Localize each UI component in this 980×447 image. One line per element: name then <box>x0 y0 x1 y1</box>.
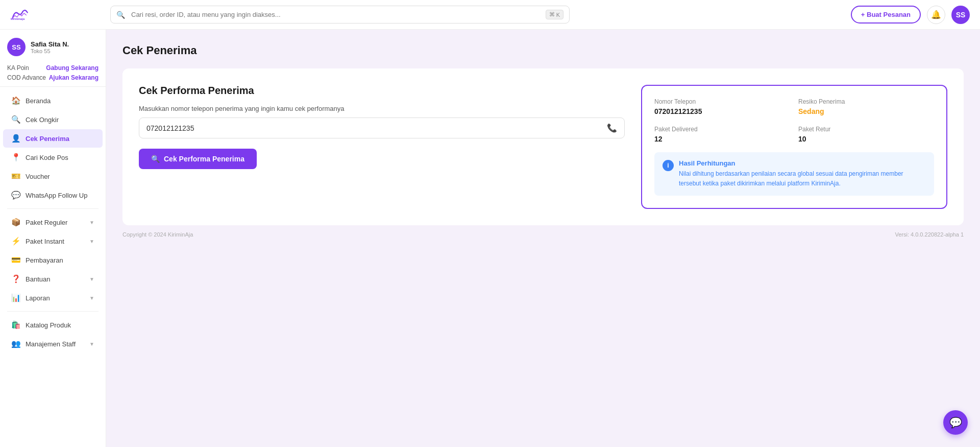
paket-retur-field: Paket Retur 10 <box>798 126 934 143</box>
ka-poin-row: KA Poin Gabung Sekarang <box>7 64 99 72</box>
sidebar-item-label-bantuan: Bantuan <box>26 275 50 283</box>
paket-reguler-icon: 📦 <box>11 218 20 227</box>
search-bar[interactable]: 🔍 ⌘ K <box>110 6 570 23</box>
hasil-description: Nilai dihitung berdasarkan penilaian sec… <box>679 169 926 189</box>
sidebar-item-paket-reguler[interactable]: 📦 Paket Reguler ▼ <box>3 213 103 231</box>
sidebar-item-cek-penerima[interactable]: 👤 Cek Penerima <box>3 129 103 148</box>
cmd-icon: ⌘ <box>549 11 555 18</box>
phone-icon: 📞 <box>607 123 617 133</box>
sidebar-item-label-staff: Manajemen Staff <box>26 340 76 348</box>
sidebar-item-label-katalog: Katalog Produk <box>26 321 71 329</box>
sidebar-user: SS Safia Sita N. Toko 55 <box>0 30 106 61</box>
pembayaran-icon: 💳 <box>11 255 20 265</box>
chevron-down-icon-3: ▼ <box>89 276 94 282</box>
search-input[interactable] <box>110 6 570 23</box>
chat-fab-button[interactable]: 💬 <box>943 410 968 435</box>
sidebar-item-label-voucher: Voucher <box>26 173 50 180</box>
notification-button[interactable]: 🔔 <box>927 6 945 24</box>
hasil-title: Hasil Perhitungan <box>679 159 926 167</box>
cod-advance-action[interactable]: Ajukan Sekarang <box>49 74 99 81</box>
header-right: + Buat Pesanan 🔔 SS <box>851 6 970 24</box>
sidebar-promo: KA Poin Gabung Sekarang COD Advance Ajuk… <box>0 61 106 87</box>
card-label: Masukkan nomor telepon penerima yang ing… <box>139 105 625 112</box>
search-icon: 🔍 <box>116 11 125 19</box>
sidebar-item-laporan[interactable]: 📊 Laporan ▼ <box>3 289 103 307</box>
copyright: Copyright © 2024 KiriminAja <box>122 231 193 238</box>
sidebar-item-label-beranda: Beranda <box>26 97 51 105</box>
paket-instant-icon: ⚡ <box>11 237 20 246</box>
sidebar-user-store: Toko 55 <box>31 48 69 54</box>
nav-divider-1 <box>7 208 99 209</box>
page-title: Cek Penerima <box>122 44 964 57</box>
sidebar-item-label-pembayaran: Pembayaran <box>26 256 63 264</box>
sidebar-item-label-whatsapp: WhatsApp Follow Up <box>26 192 87 199</box>
card-left: Cek Performa Penerima Masukkan nomor tel… <box>139 85 625 169</box>
paket-delivered-field: Paket Delivered 12 <box>654 126 790 143</box>
logo-area: kiriminaja <box>10 6 102 24</box>
nav-divider-2 <box>7 311 99 312</box>
ka-poin-action[interactable]: Gabung Sekarang <box>46 64 99 72</box>
sidebar-user-info: Safia Sita N. Toko 55 <box>31 40 69 54</box>
sidebar-item-bantuan[interactable]: ❓ Bantuan ▼ <box>3 270 103 288</box>
k-key: K <box>556 12 560 18</box>
layout: SS Safia Sita N. Toko 55 KA Poin Gabung … <box>0 30 980 447</box>
sidebar-item-beranda[interactable]: 🏠 Beranda <box>3 91 103 110</box>
resiko-penerima-value: Sedang <box>798 107 934 115</box>
cek-btn-label: Cek Performa Penerima <box>164 155 244 163</box>
resiko-penerima-label: Resiko Penerima <box>798 98 934 105</box>
staff-icon: 👥 <box>11 339 20 348</box>
sidebar-item-manajemen-staff[interactable]: 👥 Manajemen Staff ▼ <box>3 335 103 353</box>
sidebar-item-label-cari-kode-pos: Cari Kode Pos <box>26 154 68 161</box>
katalog-icon: 🛍️ <box>11 320 20 330</box>
sidebar-item-label-paket-instant: Paket Instant <box>26 238 64 245</box>
phone-input[interactable] <box>146 124 607 132</box>
nomor-telepon-value: 072012121235 <box>654 107 790 115</box>
sidebar-item-label-cek-penerima: Cek Penerima <box>26 135 69 143</box>
ka-poin-label: KA Poin <box>7 64 29 72</box>
sidebar-nav: 🏠 Beranda 🔍 Cek Ongkir 👤 Cek Penerima 📍 … <box>0 87 106 447</box>
voucher-icon: 🎫 <box>11 172 20 181</box>
result-grid: Nomor Telepon 072012121235 Resiko Peneri… <box>654 98 934 143</box>
hasil-perhitungan-text: Hasil Perhitungan Nilai dihitung berdasa… <box>679 159 926 189</box>
chevron-down-icon-2: ▼ <box>89 239 94 244</box>
sidebar-item-pembayaran[interactable]: 💳 Pembayaran <box>3 251 103 269</box>
cod-advance-label: COD Advance <box>7 74 46 81</box>
buat-pesanan-button[interactable]: + Buat Pesanan <box>851 6 921 23</box>
cek-penerima-icon: 👤 <box>11 134 20 143</box>
phone-input-row[interactable]: 📞 <box>139 117 625 138</box>
bantuan-icon: ❓ <box>11 274 20 284</box>
paket-retur-label: Paket Retur <box>798 126 934 133</box>
chevron-down-icon: ▼ <box>89 220 94 225</box>
sidebar-item-whatsapp-follow-up[interactable]: 💬 WhatsApp Follow Up <box>3 186 103 204</box>
sidebar-item-voucher[interactable]: 🎫 Voucher <box>3 167 103 185</box>
paket-delivered-label: Paket Delivered <box>654 126 790 133</box>
sidebar-item-label-paket-reguler: Paket Reguler <box>26 219 67 226</box>
svg-text:kiriminaja: kiriminaja <box>11 17 25 20</box>
sidebar-avatar: SS <box>7 38 26 56</box>
info-icon: i <box>663 160 674 171</box>
nomor-telepon-label: Nomor Telepon <box>654 98 790 105</box>
card-title: Cek Performa Penerima <box>139 85 625 97</box>
version: Versi: 4.0.0.220822-alpha 1 <box>895 231 964 238</box>
resiko-penerima-field: Resiko Penerima Sedang <box>798 98 934 115</box>
search-shortcut: ⌘ K <box>546 10 564 19</box>
main-content: Cek Penerima Cek Performa Penerima Masuk… <box>106 30 980 447</box>
sidebar-item-label-laporan: Laporan <box>26 294 50 302</box>
search-btn-icon: 🔍 <box>151 155 160 163</box>
laporan-icon: 📊 <box>11 293 20 302</box>
cek-performa-button[interactable]: 🔍 Cek Performa Penerima <box>139 149 257 169</box>
sidebar-item-label-cek-ongkir: Cek Ongkir <box>26 116 59 124</box>
sidebar-item-paket-instant[interactable]: ⚡ Paket Instant ▼ <box>3 232 103 250</box>
result-card: Nomor Telepon 072012121235 Resiko Peneri… <box>641 85 947 209</box>
sidebar-item-cari-kode-pos[interactable]: 📍 Cari Kode Pos <box>3 148 103 167</box>
sidebar-item-cek-ongkir[interactable]: 🔍 Cek Ongkir <box>3 110 103 129</box>
sidebar-user-name: Safia Sita N. <box>31 40 69 48</box>
chevron-down-icon-5: ▼ <box>89 341 94 347</box>
main-card: Cek Performa Penerima Masukkan nomor tel… <box>122 68 964 225</box>
sidebar-item-katalog-produk[interactable]: 🛍️ Katalog Produk <box>3 316 103 334</box>
kode-pos-icon: 📍 <box>11 153 20 162</box>
avatar[interactable]: SS <box>951 6 970 24</box>
whatsapp-icon: 💬 <box>11 191 20 200</box>
cod-advance-row: COD Advance Ajukan Sekarang <box>7 74 99 81</box>
logo-icon: kiriminaja <box>10 6 29 24</box>
